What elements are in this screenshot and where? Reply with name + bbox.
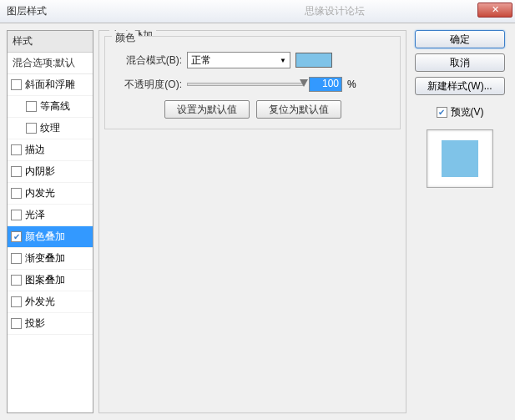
- color-swatch[interactable]: [295, 53, 332, 68]
- right-panel: 确定 取消 新建样式(W)... 预览(V): [411, 30, 508, 413]
- style-checkbox[interactable]: [11, 79, 22, 90]
- style-item-label: 纹理: [40, 121, 60, 135]
- style-item-label: 内阴影: [25, 164, 55, 179]
- style-item-label: 内发光: [25, 186, 55, 200]
- style-item[interactable]: 投影: [8, 313, 93, 335]
- style-item[interactable]: 颜色叠加: [8, 226, 93, 248]
- style-item[interactable]: 内发光: [8, 183, 93, 205]
- style-item-label: 颜色叠加: [25, 230, 65, 244]
- blend-mode-select[interactable]: 正常 ▼: [187, 52, 290, 68]
- styles-header[interactable]: 样式: [8, 31, 93, 53]
- new-style-button[interactable]: 新建样式(W)...: [415, 77, 505, 95]
- style-item[interactable]: 纹理: [8, 118, 93, 139]
- preview-checkbox-row[interactable]: 预览(V): [437, 105, 484, 119]
- close-button[interactable]: ✕: [477, 3, 512, 18]
- dialog-body: 样式 混合选项:默认 斜面和浮雕等高线纹理描边内阴影内发光光泽颜色叠加渐变叠加图…: [0, 23, 515, 420]
- default-buttons-row: 设置为默认值 复位为默认值: [115, 100, 390, 119]
- style-item-label: 等高线: [40, 99, 70, 114]
- slider-thumb-icon[interactable]: [300, 79, 308, 87]
- make-default-button[interactable]: 设置为默认值: [164, 100, 250, 119]
- fieldset-legend: 颜色: [112, 31, 139, 45]
- style-item[interactable]: 图案叠加: [8, 270, 93, 291]
- style-item-label: 斜面和浮雕: [25, 78, 75, 92]
- blend-mode-row: 混合模式(B): 正常 ▼: [115, 52, 390, 68]
- style-item[interactable]: 光泽: [8, 205, 93, 226]
- opacity-label: 不透明度(O):: [115, 78, 182, 92]
- preview-label: 预览(V): [451, 105, 484, 119]
- chevron-down-icon: ▼: [280, 57, 286, 64]
- style-item[interactable]: 外发光: [8, 291, 93, 313]
- style-item-label: 渐变叠加: [25, 251, 65, 266]
- watermark: 思缘设计论坛: [305, 4, 365, 18]
- style-item[interactable]: 斜面和浮雕: [8, 74, 93, 96]
- opacity-unit: %: [347, 78, 356, 90]
- style-checkbox[interactable]: [11, 210, 22, 220]
- style-item[interactable]: 等高线: [8, 96, 93, 118]
- style-checkbox[interactable]: [11, 188, 22, 199]
- style-item[interactable]: 内阴影: [8, 161, 93, 183]
- style-item[interactable]: 渐变叠加: [8, 248, 93, 270]
- opacity-slider[interactable]: [187, 83, 304, 86]
- styles-list: 样式 混合选项:默认 斜面和浮雕等高线纹理描边内阴影内发光光泽颜色叠加渐变叠加图…: [7, 30, 93, 413]
- style-item-label: 图案叠加: [25, 273, 65, 287]
- color-fieldset: 颜色 混合模式(B): 正常 ▼ 不透明度(O): 100 % 设置为默认值 复…: [104, 36, 401, 129]
- style-item[interactable]: 描边: [8, 139, 93, 161]
- style-item-label: 投影: [25, 316, 45, 331]
- style-checkbox[interactable]: [11, 166, 22, 177]
- opacity-row: 不透明度(O): 100 %: [115, 77, 390, 92]
- blend-mode-value: 正常: [191, 53, 211, 68]
- preview-checkbox[interactable]: [437, 107, 447, 118]
- style-checkbox[interactable]: [11, 144, 22, 155]
- window-title: 图层样式: [7, 4, 47, 18]
- opacity-input[interactable]: 100: [309, 77, 342, 92]
- preview-box: [427, 129, 493, 188]
- style-checkbox[interactable]: [11, 296, 22, 307]
- reset-default-button[interactable]: 复位为默认值: [256, 100, 341, 119]
- style-checkbox[interactable]: [11, 318, 22, 329]
- preview-swatch: [442, 140, 478, 177]
- style-checkbox[interactable]: [26, 123, 37, 134]
- style-checkbox[interactable]: [11, 231, 22, 242]
- style-checkbox[interactable]: [11, 253, 22, 264]
- style-item-label: 外发光: [25, 295, 55, 309]
- style-checkbox[interactable]: [11, 275, 22, 286]
- blending-options-item[interactable]: 混合选项:默认: [8, 53, 93, 74]
- settings-panel: 颜色叠加 PS教程论坛 颜色 混合模式(B): 正常 ▼ 不透明度(O): 10…: [98, 30, 406, 413]
- style-item-label: 描边: [25, 143, 45, 157]
- titlebar: 图层样式 思缘设计论坛 ✕: [0, 0, 515, 23]
- ok-button[interactable]: 确定: [415, 30, 505, 48]
- blend-mode-label: 混合模式(B):: [115, 53, 182, 68]
- cancel-button[interactable]: 取消: [415, 53, 505, 72]
- style-item-label: 光泽: [25, 208, 45, 222]
- style-checkbox[interactable]: [26, 101, 37, 112]
